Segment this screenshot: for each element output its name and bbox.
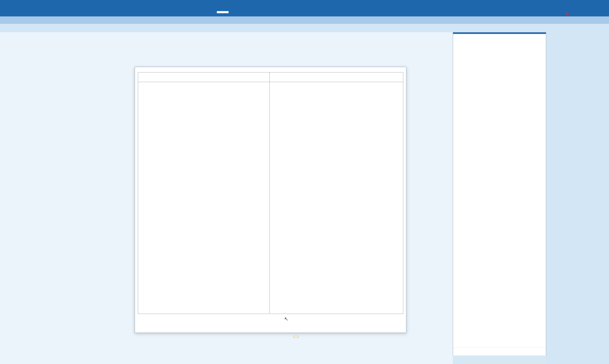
menu-help[interactable]: ● [561,8,609,16]
menu-email[interactable] [482,8,521,16]
expense-ledger-header [270,72,403,82]
menu-import[interactable] [434,8,442,16]
vendor-expense-mapping-dialog [135,67,406,333]
dialog-title [135,67,406,72]
menu-export[interactable] [442,8,482,16]
menu-goto[interactable] [201,8,244,16]
ledger-footer[interactable] [453,348,546,356]
breadcrumb [0,16,609,24]
menu-data[interactable] [85,8,134,16]
mouse-cursor-icon: ↖ [284,316,288,322]
os-title-bar [0,0,609,8]
main-menu-bar: ● [0,8,609,16]
ledger-list[interactable] [453,34,546,348]
menu-print[interactable] [521,8,561,16]
tooltip [293,336,299,338]
vendor-ledger-header [138,72,269,82]
menu-company[interactable] [37,8,85,16]
mapping-table [138,72,403,314]
list-of-ledgers-panel [453,32,546,356]
menu-exchange[interactable] [134,8,201,16]
